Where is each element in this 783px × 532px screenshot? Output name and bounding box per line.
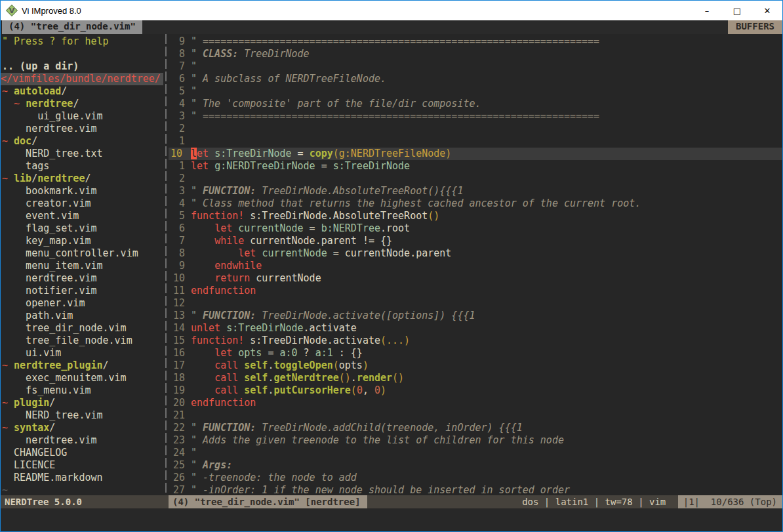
code-line[interactable]: 18 call self.getNerdtree().render() <box>169 372 782 384</box>
tree-file-tree-file-node[interactable]: tree_file_node.vim <box>1 335 163 347</box>
code-line[interactable]: 5" <box>169 85 782 98</box>
tree-file-opener[interactable]: opener.vim <box>1 297 163 310</box>
syntax-par: ( <box>333 359 339 371</box>
code-line[interactable]: 9 endwhile <box>169 260 782 272</box>
syntax-file: key_map.vim <box>2 235 90 247</box>
code-text: call self.getNerdtree().render() <box>185 372 404 384</box>
syntax-dir: nerdtree <box>37 173 85 184</box>
code-line[interactable]: 13" FUNCTION: TreeDirNode.activate([opti… <box>169 310 782 322</box>
code-line[interactable]: 5function! s:TreeDirNode.AbsoluteTreeRoo… <box>169 210 782 222</box>
tree-blank-line[interactable] <box>1 48 163 60</box>
code-line[interactable]: 20endfunction <box>169 397 782 409</box>
tree-file-path[interactable]: path.vim <box>1 310 163 322</box>
code-line[interactable]: 2 <box>169 173 782 185</box>
code-line-current[interactable]: 10let s:TreeDirNode = copy(g:NERDTreeFil… <box>169 148 782 160</box>
code-line[interactable]: 27" -inOrder: 1 if the new node should b… <box>169 484 782 495</box>
line-number: 26 <box>169 472 185 484</box>
code-text: " CLASS: TreeDirNode <box>185 48 310 60</box>
syntax-file: nerdtree.vim <box>2 272 97 284</box>
code-line[interactable]: 8 let currentNode = currentNode.parent <box>169 247 782 260</box>
tree-file-nerd-tree-vim[interactable]: NERD_tree.vim <box>1 409 163 422</box>
tree-file-notifier[interactable]: notifier.vim <box>1 285 163 297</box>
code-line[interactable]: 6" A subclass of NERDTreeFileNode. <box>169 73 782 85</box>
tree-file-lib-nerdtree-vim[interactable]: nerdtree.vim <box>1 272 163 285</box>
minimize-button[interactable]: – <box>692 1 722 20</box>
tree-file-tags[interactable]: tags <box>1 160 163 173</box>
tree-file-fs-menu[interactable]: fs_menu.vim <box>1 384 163 397</box>
tree-dir-autoload[interactable]: ~ autoload/ <box>1 85 163 98</box>
syntax-pl <box>232 222 238 234</box>
code-line[interactable]: 11endfunction <box>169 285 782 297</box>
code-line[interactable]: 7 while currentNode.parent != {} <box>169 235 782 247</box>
code-line[interactable]: 2 <box>169 123 782 135</box>
tree-dir-nerdtree-plugin[interactable]: ~ nerdtree_plugin/ <box>1 359 163 372</box>
tree-file-ui[interactable]: ui.vim <box>1 347 163 359</box>
syntax-file: nerdtree.vim <box>2 123 97 134</box>
line-number: 25 <box>169 459 185 472</box>
code-line[interactable]: 3" =====================================… <box>169 110 782 123</box>
code-line[interactable]: 23" Adds the given treenode to the list … <box>169 434 782 447</box>
syntax-tilde: ~ <box>2 422 14 434</box>
tree-file-nerd-tree-txt[interactable]: NERD_tree.txt <box>1 148 163 160</box>
tab-tree-dir-node[interactable]: (4) "tree_dir_node.vim" <box>2 20 142 34</box>
maximize-button[interactable]: □ <box>722 1 752 20</box>
syntax-file: creator.vim <box>2 197 90 209</box>
syntax-pl: = <box>292 148 310 159</box>
code-line[interactable]: 9" =====================================… <box>169 35 782 48</box>
tree-dir-syntax[interactable]: ~ syntax/ <box>1 422 163 434</box>
syntax-id: s:TreeDirNode <box>214 148 291 159</box>
window-separator[interactable] <box>163 34 169 495</box>
syntax-pl: s:TreeDirNode.AbsoluteTreeRoot <box>244 210 428 222</box>
code-line[interactable]: 7" <box>169 60 782 73</box>
code-line[interactable]: 4" The 'composite' part of the file/dir … <box>169 98 782 110</box>
syntax-rootpath: </vimfiles/bundle/nerdtree/ <box>1 73 161 85</box>
tree-file-event[interactable]: event.vim <box>1 210 163 222</box>
tree-dir-doc[interactable]: ~ doc/ <box>1 135 163 148</box>
line-number: 2 <box>169 173 185 185</box>
code-line[interactable]: 6 let currentNode = b:NERDTree.root <box>169 222 782 235</box>
line-number: 20 <box>169 397 185 409</box>
code-line[interactable]: 25" Args: <box>169 459 782 472</box>
code-text: " -inOrder: 1 if the new node should be … <box>185 484 570 495</box>
tree-dir-lib-nerdtree[interactable]: ~ lib/nerdtree/ <box>1 173 163 185</box>
tree-file-menu-item[interactable]: menu_item.vim <box>1 260 163 272</box>
code-line[interactable]: 21 <box>169 409 782 422</box>
tree-file-menu-controller[interactable]: menu_controller.vim <box>1 247 163 260</box>
tree-file-changelog[interactable]: CHANGELOG <box>1 447 163 459</box>
tree-dir-autoload-nerdtree[interactable]: ~ nerdtree/ <box>1 98 163 110</box>
tree-file-bookmark[interactable]: bookmark.vim <box>1 185 163 197</box>
close-button[interactable]: ✕ <box>752 1 782 20</box>
code-line[interactable]: 1let g:NERDTreeDirNode = s:TreeDirNode <box>169 160 782 173</box>
code-line[interactable]: 15function! s:TreeDirNode.activate(...) <box>169 335 782 347</box>
tree-dir-plugin[interactable]: ~ plugin/ <box>1 397 163 409</box>
tree-file-syntax-nerdtree-vim[interactable]: nerdtree.vim <box>1 434 163 447</box>
code-line[interactable]: 16 let opts = a:0 ? a:1 : {} <box>169 347 782 359</box>
tree-file-flag-set[interactable]: flag_set.vim <box>1 222 163 235</box>
tree-file-autoload-nerdtree-vim[interactable]: nerdtree.vim <box>1 123 163 135</box>
tree-file-readme[interactable]: README.markdown <box>1 472 163 484</box>
tree-empty-tilde[interactable]: ~ <box>1 484 163 495</box>
code-line[interactable]: 10 return currentNode <box>169 272 782 285</box>
tree-file-exec-menuitem[interactable]: exec_menuitem.vim <box>1 372 163 384</box>
tree-root-path[interactable]: </vimfiles/bundle/nerdtree/ <box>1 73 163 85</box>
code-line[interactable]: 24" <box>169 447 782 459</box>
tree-file-licence[interactable]: LICENCE <box>1 459 163 472</box>
code-line[interactable]: 26" -treenode: the node to add <box>169 472 782 484</box>
code-line[interactable]: 12 <box>169 297 782 310</box>
code-line[interactable]: 22" FUNCTION: TreeDirNode.addChild(treen… <box>169 422 782 434</box>
code-line[interactable]: 4" Class method that returns the highest… <box>169 197 782 210</box>
code-line[interactable]: 1 <box>169 135 782 148</box>
code-line[interactable]: 8" CLASS: TreeDirNode <box>169 48 782 60</box>
tree-file-ui-glue[interactable]: ui_glue.vim <box>1 110 163 123</box>
code-line[interactable]: 17 call self.toggleOpen(opts) <box>169 359 782 372</box>
tree-help-line[interactable]: " Press ? for help <box>1 35 163 48</box>
syntax-slash: / <box>31 135 37 147</box>
code-line[interactable]: 14unlet s:TreeDirNode.activate <box>169 322 782 335</box>
code-line[interactable]: 19 call self.putCursorHere(0, 0) <box>169 384 782 397</box>
tree-file-creator[interactable]: creator.vim <box>1 197 163 210</box>
tree-file-key-map[interactable]: key_map.vim <box>1 235 163 247</box>
syntax-pl: = <box>304 222 321 234</box>
tree-file-tree-dir-node[interactable]: tree_dir_node.vim <box>1 322 163 335</box>
tree-up-a-dir[interactable]: .. (up a dir) <box>1 60 163 73</box>
code-line[interactable]: 3" FUNCTION: TreeDirNode.AbsoluteTreeRoo… <box>169 185 782 197</box>
